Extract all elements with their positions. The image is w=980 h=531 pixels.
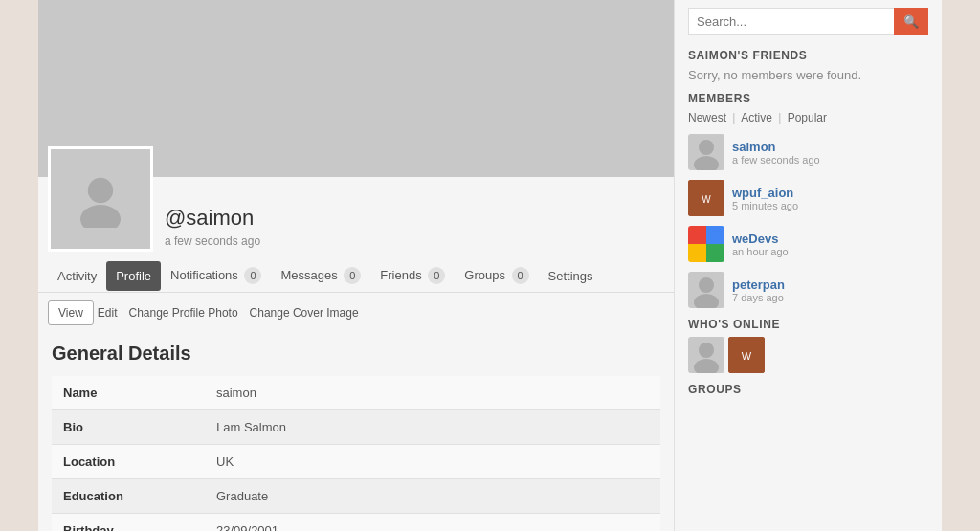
sub-tab-view[interactable]: View [48,300,94,325]
profile-username: @saimon [165,206,260,231]
online-avatar-saimon[interactable] [688,337,724,373]
field-value: I am Salmon [205,410,660,445]
no-members-text: Sorry, no members were found. [688,68,928,82]
member-avatar [688,226,724,262]
field-value: saimon [205,376,660,410]
member-name[interactable]: weDevs [732,232,789,246]
tab-notifications-label: Notifications [170,268,238,282]
profile-info: @saimon a few seconds ago [165,206,260,252]
members-list: saimon a few seconds ago W wpuf_aion 5 m… [688,134,928,308]
member-name[interactable]: peterpan [732,277,785,292]
main-content: @saimon a few seconds ago Activity Profi… [38,0,674,531]
whos-online-title: WHO'S ONLINE [688,318,928,331]
field-label: Location [52,445,205,479]
online-avatar-wpuf[interactable]: W [728,337,765,373]
right-gutter [942,0,980,531]
member-avatar [688,134,724,170]
field-label: Birthday [52,514,205,532]
profile-tabs: Activity Profile Notifications 0 Message… [38,259,674,293]
groups-title: GROUPS [688,383,928,396]
member-name[interactable]: wpuf_aion [732,186,798,200]
sub-tab-edit[interactable]: Edit [98,301,118,324]
svg-point-0 [88,178,113,203]
tab-friends-badge: 0 [428,267,445,284]
tab-groups-badge: 0 [512,267,529,284]
svg-point-3 [694,156,719,170]
filter-newest[interactable]: Newest [688,111,726,124]
member-name[interactable]: saimon [732,140,820,154]
tab-profile[interactable]: Profile [106,261,161,291]
member-time: a few seconds ago [732,154,820,166]
svg-point-2 [699,140,714,155]
tab-notifications-badge: 0 [244,267,261,284]
sub-tab-change-photo[interactable]: Change Profile Photo [128,301,237,324]
right-sidebar: 🔍 SAIMON'S FRIENDS Sorry, no members wer… [674,0,942,531]
member-info: peterpan 7 days ago [732,277,785,303]
svg-point-9 [694,359,719,373]
table-row: Birthday23/09/2001 [52,514,660,532]
tab-groups[interactable]: Groups 0 [455,259,538,292]
member-time: an hour ago [732,246,789,257]
search-input[interactable] [688,8,894,35]
field-value: 23/09/2001 [205,514,660,532]
whos-online-avatars: W [688,337,928,373]
tab-activity[interactable]: Activity [48,261,106,291]
tab-friends-label: Friends [380,268,421,282]
tab-groups-label: Groups [464,268,505,282]
profile-avatar [48,146,153,252]
svg-point-1 [80,205,121,228]
list-item[interactable]: peterpan 7 days ago [688,272,928,308]
search-bar: 🔍 [688,8,928,35]
left-gutter [0,0,38,531]
tab-notifications[interactable]: Notifications 0 [161,259,271,292]
tab-settings[interactable]: Settings [539,261,603,291]
table-row: Namesaimon [52,376,660,410]
field-label: Bio [52,410,205,445]
search-button[interactable]: 🔍 [894,8,928,35]
list-item[interactable]: weDevs an hour ago [688,226,928,262]
field-label: Name [52,376,205,410]
svg-point-8 [699,343,714,358]
tab-friends[interactable]: Friends 0 [370,259,455,292]
list-item[interactable]: W wpuf_aion 5 minutes ago [688,180,928,216]
members-filter: Newest | Active | Popular [688,111,928,124]
list-item[interactable]: saimon a few seconds ago [688,134,928,170]
profile-last-seen: a few seconds ago [165,234,260,248]
member-info: saimon a few seconds ago [732,140,820,166]
tab-messages-label: Messages [280,268,337,282]
members-title: MEMBERS [688,92,928,105]
filter-active[interactable]: Active [741,111,772,124]
sub-tabs: View Edit Change Profile Photo Change Co… [38,293,674,333]
field-label: Education [52,479,205,514]
profile-header: @saimon a few seconds ago [38,177,674,259]
member-avatar [688,272,724,308]
tab-messages[interactable]: Messages 0 [271,259,370,292]
member-time: 5 minutes ago [732,200,798,211]
filter-popular[interactable]: Popular [788,111,827,124]
table-row: BioI am Salmon [52,410,660,445]
member-info: wpuf_aion 5 minutes ago [732,186,798,211]
profile-body: General Details NamesaimonBioI am Salmon… [38,333,674,531]
member-avatar: W [688,180,724,216]
member-info: weDevs an hour ago [732,232,789,257]
field-value: Graduate [205,479,660,514]
table-row: LocationUK [52,445,660,479]
svg-text:W: W [742,350,752,362]
member-time: 7 days ago [732,292,785,303]
details-table: NamesaimonBioI am SalmonLocationUKEducat… [52,376,660,531]
sub-tab-change-cover[interactable]: Change Cover Image [250,301,359,324]
svg-point-7 [694,294,719,308]
friends-title: SAIMON'S FRIENDS [688,49,928,62]
svg-text:W: W [702,194,711,205]
svg-point-6 [699,277,714,293]
tab-messages-badge: 0 [344,267,361,284]
field-value: UK [205,445,660,479]
general-details-title: General Details [52,343,660,365]
table-row: EducationGraduate [52,479,660,514]
